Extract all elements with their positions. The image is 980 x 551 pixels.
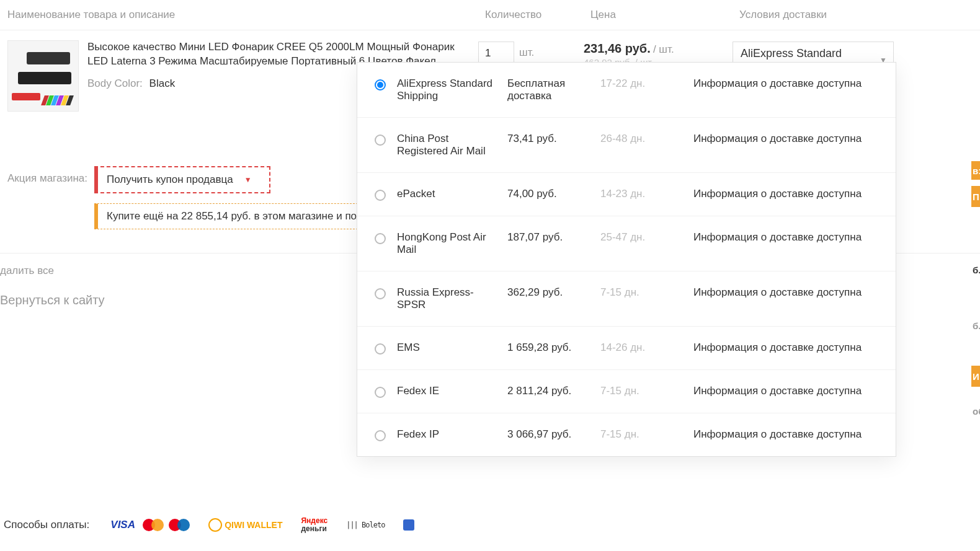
coupon-button-label: Получить купон продавца: [107, 174, 233, 186]
shipping-option-info: Информация о доставке доступна: [693, 385, 878, 397]
sidebar-fragment: б.: [971, 260, 980, 279]
sidebar-fragment: в:: [971, 161, 980, 180]
column-header-row: Наименование товара и описание Количеств…: [0, 0, 980, 30]
shipping-option-name: Fedex IE: [397, 385, 507, 397]
promo-label: Акция магазина:: [7, 166, 94, 185]
column-header-name: Наименование товара и описание: [7, 9, 485, 21]
radio-icon[interactable]: [375, 430, 386, 441]
shipping-option-name: Fedex IP: [397, 428, 507, 441]
quantity-unit: шт.: [519, 42, 534, 59]
shipping-option-info: Информация о доставке доступна: [693, 428, 878, 441]
sidebar-fragment: И: [971, 366, 980, 387]
shipping-option-name: AliExpress Standard Shipping: [397, 77, 507, 102]
shipping-option-price: 73,41 руб.: [507, 133, 600, 145]
payments-label: Способы оплаты:: [4, 519, 89, 531]
shipping-option-row[interactable]: Russia Express-SPSR362,29 руб.7-15 дн.Ин…: [357, 271, 896, 327]
yandex-money-icon: Яндексденьги: [301, 517, 327, 532]
variant-value: Black: [149, 77, 176, 89]
variant-label: Body Color:: [87, 77, 143, 89]
sidebar-fragment: б.: [971, 316, 980, 335]
shipping-option-name: ePacket: [397, 188, 507, 200]
shipping-option-price: 362,29 руб.: [507, 286, 600, 299]
shipping-option-days: 25-47 дн.: [600, 231, 693, 244]
shipping-option-price: 1 659,28 руб.: [507, 342, 600, 354]
radio-icon[interactable]: [375, 134, 386, 146]
shipping-option-info: Информация о доставке доступна: [693, 231, 878, 244]
shipping-option-price: 3 066,97 руб.: [507, 428, 600, 441]
radio-icon[interactable]: [375, 190, 386, 201]
shipping-option-name: China Post Registered Air Mail: [397, 133, 507, 157]
shipping-option-days: 7-15 дн.: [600, 385, 693, 397]
shipping-option-info: Информация о доставке доступна: [693, 342, 878, 354]
shipping-option-info: Информация о доставке доступна: [693, 77, 878, 90]
visa-icon: VISA: [108, 516, 138, 534]
shipping-option-row[interactable]: Fedex IP3 066,97 руб.7-15 дн.Информация …: [357, 413, 896, 456]
shipping-option-price: 74,00 руб.: [507, 188, 600, 200]
qiwi-wallet-icon: QIWI WALLET: [208, 518, 282, 532]
shipping-option-price: 187,07 руб.: [507, 231, 600, 244]
payment-methods: Способы оплаты: VISA QIWI WALLET Яндексд…: [4, 516, 414, 534]
shipping-option-days: 7-15 дн.: [600, 286, 693, 299]
spend-more-banner[interactable]: Купите ещё на 22 855,14 руб. в этом мага…: [94, 203, 361, 229]
column-header-price: Цена: [590, 9, 739, 21]
radio-icon[interactable]: [375, 233, 386, 244]
price-value: 231,46 руб.: [584, 42, 651, 55]
shipping-option-price: 2 811,24 руб.: [507, 385, 600, 397]
radio-icon[interactable]: [375, 79, 386, 90]
column-header-qty: Количество: [485, 9, 590, 21]
shipping-option-row[interactable]: China Post Registered Air Mail73,41 руб.…: [357, 118, 896, 173]
shipping-option-name: EMS: [397, 342, 507, 354]
shipping-option-days: 14-23 дн.: [600, 188, 693, 200]
get-seller-coupon-button[interactable]: Получить купон продавца ▼: [94, 166, 270, 193]
column-header-shipping: Условия доставки: [739, 9, 973, 21]
shipping-option-row[interactable]: ePacket74,00 руб.14-23 дн.Информация о д…: [357, 173, 896, 216]
shipping-options-dropdown: AliExpress Standard ShippingБесплатная д…: [357, 62, 896, 457]
shipping-option-row[interactable]: HongKong Post Air Mail187,07 руб.25-47 д…: [357, 216, 896, 271]
product-thumbnail[interactable]: [7, 40, 79, 112]
mastercard-icon: [143, 516, 164, 534]
shipping-option-days: 17-22 дн.: [600, 77, 693, 90]
radio-icon[interactable]: [375, 288, 386, 299]
shipping-option-row[interactable]: EMS1 659,28 руб.14-26 дн.Информация о до…: [357, 327, 896, 370]
shipping-option-info: Информация о доставке доступна: [693, 286, 878, 299]
sidebar-fragment: П: [971, 186, 980, 207]
shipping-option-row[interactable]: Fedex IE2 811,24 руб.7-15 дн.Информация …: [357, 370, 896, 413]
sidebar-fragment: об: [971, 402, 980, 420]
shipping-option-info: Информация о доставке доступна: [693, 188, 878, 200]
shipping-option-info: Информация о доставке доступна: [693, 133, 878, 145]
shipping-option-row[interactable]: AliExpress Standard ShippingБесплатная д…: [357, 63, 896, 118]
caret-down-icon: ▼: [244, 175, 252, 184]
radio-icon[interactable]: [375, 387, 386, 398]
shipping-option-name: HongKong Post Air Mail: [397, 231, 507, 256]
boleto-icon: ||| Boleto: [346, 521, 385, 529]
shipping-option-name: Russia Express-SPSR: [397, 286, 507, 311]
price-per-unit: / шт.: [653, 43, 674, 55]
shipping-option-days: 14-26 дн.: [600, 342, 693, 354]
maestro-icon: [169, 516, 190, 534]
other-payment-icon: [403, 519, 414, 531]
shipping-option-price: Бесплатная доставка: [507, 77, 600, 102]
shipping-option-days: 7-15 дн.: [600, 428, 693, 441]
radio-icon[interactable]: [375, 343, 386, 355]
shipping-option-days: 26-48 дн.: [600, 133, 693, 145]
